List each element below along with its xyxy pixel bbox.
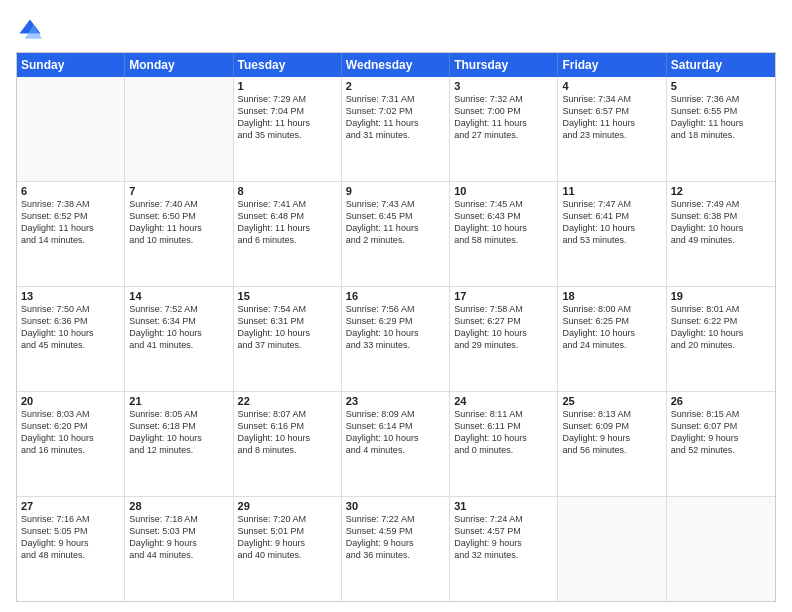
- cal-cell-1: 1Sunrise: 7:29 AM Sunset: 7:04 PM Daylig…: [234, 77, 342, 181]
- cell-details: Sunrise: 8:05 AM Sunset: 6:18 PM Dayligh…: [129, 408, 228, 457]
- cal-cell-14: 14Sunrise: 7:52 AM Sunset: 6:34 PM Dayli…: [125, 287, 233, 391]
- cal-cell-31: 31Sunrise: 7:24 AM Sunset: 4:57 PM Dayli…: [450, 497, 558, 601]
- header: [16, 16, 776, 44]
- cal-cell-7: 7Sunrise: 7:40 AM Sunset: 6:50 PM Daylig…: [125, 182, 233, 286]
- cell-details: Sunrise: 8:11 AM Sunset: 6:11 PM Dayligh…: [454, 408, 553, 457]
- day-header-thursday: Thursday: [450, 53, 558, 77]
- day-number: 25: [562, 395, 661, 407]
- cal-cell-19: 19Sunrise: 8:01 AM Sunset: 6:22 PM Dayli…: [667, 287, 775, 391]
- cell-details: Sunrise: 7:20 AM Sunset: 5:01 PM Dayligh…: [238, 513, 337, 562]
- day-number: 13: [21, 290, 120, 302]
- cal-cell-18: 18Sunrise: 8:00 AM Sunset: 6:25 PM Dayli…: [558, 287, 666, 391]
- day-number: 9: [346, 185, 445, 197]
- day-number: 20: [21, 395, 120, 407]
- cell-details: Sunrise: 7:24 AM Sunset: 4:57 PM Dayligh…: [454, 513, 553, 562]
- day-header-wednesday: Wednesday: [342, 53, 450, 77]
- day-number: 30: [346, 500, 445, 512]
- day-number: 29: [238, 500, 337, 512]
- day-number: 22: [238, 395, 337, 407]
- day-header-saturday: Saturday: [667, 53, 775, 77]
- day-header-tuesday: Tuesday: [234, 53, 342, 77]
- day-number: 3: [454, 80, 553, 92]
- cal-cell-28: 28Sunrise: 7:18 AM Sunset: 5:03 PM Dayli…: [125, 497, 233, 601]
- day-number: 2: [346, 80, 445, 92]
- cell-details: Sunrise: 7:50 AM Sunset: 6:36 PM Dayligh…: [21, 303, 120, 352]
- cell-details: Sunrise: 7:43 AM Sunset: 6:45 PM Dayligh…: [346, 198, 445, 247]
- day-number: 18: [562, 290, 661, 302]
- day-number: 16: [346, 290, 445, 302]
- cell-details: Sunrise: 8:07 AM Sunset: 6:16 PM Dayligh…: [238, 408, 337, 457]
- cal-cell-13: 13Sunrise: 7:50 AM Sunset: 6:36 PM Dayli…: [17, 287, 125, 391]
- cal-cell-10: 10Sunrise: 7:45 AM Sunset: 6:43 PM Dayli…: [450, 182, 558, 286]
- cal-cell-6: 6Sunrise: 7:38 AM Sunset: 6:52 PM Daylig…: [17, 182, 125, 286]
- calendar-body: 1Sunrise: 7:29 AM Sunset: 7:04 PM Daylig…: [17, 77, 775, 601]
- cal-cell-12: 12Sunrise: 7:49 AM Sunset: 6:38 PM Dayli…: [667, 182, 775, 286]
- cal-cell-empty: [17, 77, 125, 181]
- cal-cell-11: 11Sunrise: 7:47 AM Sunset: 6:41 PM Dayli…: [558, 182, 666, 286]
- cell-details: Sunrise: 7:29 AM Sunset: 7:04 PM Dayligh…: [238, 93, 337, 142]
- day-number: 21: [129, 395, 228, 407]
- day-number: 24: [454, 395, 553, 407]
- cal-cell-23: 23Sunrise: 8:09 AM Sunset: 6:14 PM Dayli…: [342, 392, 450, 496]
- day-number: 1: [238, 80, 337, 92]
- cell-details: Sunrise: 7:36 AM Sunset: 6:55 PM Dayligh…: [671, 93, 771, 142]
- cal-cell-30: 30Sunrise: 7:22 AM Sunset: 4:59 PM Dayli…: [342, 497, 450, 601]
- cell-details: Sunrise: 8:09 AM Sunset: 6:14 PM Dayligh…: [346, 408, 445, 457]
- cal-cell-8: 8Sunrise: 7:41 AM Sunset: 6:48 PM Daylig…: [234, 182, 342, 286]
- day-number: 12: [671, 185, 771, 197]
- day-number: 23: [346, 395, 445, 407]
- cell-details: Sunrise: 8:13 AM Sunset: 6:09 PM Dayligh…: [562, 408, 661, 457]
- cal-cell-25: 25Sunrise: 8:13 AM Sunset: 6:09 PM Dayli…: [558, 392, 666, 496]
- cell-details: Sunrise: 7:56 AM Sunset: 6:29 PM Dayligh…: [346, 303, 445, 352]
- logo-icon: [16, 16, 44, 44]
- cal-cell-empty: [558, 497, 666, 601]
- day-number: 14: [129, 290, 228, 302]
- cal-cell-5: 5Sunrise: 7:36 AM Sunset: 6:55 PM Daylig…: [667, 77, 775, 181]
- day-number: 8: [238, 185, 337, 197]
- cal-cell-2: 2Sunrise: 7:31 AM Sunset: 7:02 PM Daylig…: [342, 77, 450, 181]
- day-number: 15: [238, 290, 337, 302]
- cal-cell-empty: [667, 497, 775, 601]
- cell-details: Sunrise: 7:45 AM Sunset: 6:43 PM Dayligh…: [454, 198, 553, 247]
- cell-details: Sunrise: 7:54 AM Sunset: 6:31 PM Dayligh…: [238, 303, 337, 352]
- day-number: 7: [129, 185, 228, 197]
- day-number: 6: [21, 185, 120, 197]
- day-number: 28: [129, 500, 228, 512]
- day-number: 5: [671, 80, 771, 92]
- cell-details: Sunrise: 7:18 AM Sunset: 5:03 PM Dayligh…: [129, 513, 228, 562]
- logo: [16, 16, 48, 44]
- day-header-monday: Monday: [125, 53, 233, 77]
- cell-details: Sunrise: 7:58 AM Sunset: 6:27 PM Dayligh…: [454, 303, 553, 352]
- day-number: 17: [454, 290, 553, 302]
- cell-details: Sunrise: 7:41 AM Sunset: 6:48 PM Dayligh…: [238, 198, 337, 247]
- cell-details: Sunrise: 8:03 AM Sunset: 6:20 PM Dayligh…: [21, 408, 120, 457]
- cal-cell-15: 15Sunrise: 7:54 AM Sunset: 6:31 PM Dayli…: [234, 287, 342, 391]
- cal-cell-9: 9Sunrise: 7:43 AM Sunset: 6:45 PM Daylig…: [342, 182, 450, 286]
- day-number: 4: [562, 80, 661, 92]
- cell-details: Sunrise: 8:15 AM Sunset: 6:07 PM Dayligh…: [671, 408, 771, 457]
- cell-details: Sunrise: 7:16 AM Sunset: 5:05 PM Dayligh…: [21, 513, 120, 562]
- cell-details: Sunrise: 7:47 AM Sunset: 6:41 PM Dayligh…: [562, 198, 661, 247]
- cell-details: Sunrise: 7:22 AM Sunset: 4:59 PM Dayligh…: [346, 513, 445, 562]
- calendar-row-1: 1Sunrise: 7:29 AM Sunset: 7:04 PM Daylig…: [17, 77, 775, 181]
- cal-cell-26: 26Sunrise: 8:15 AM Sunset: 6:07 PM Dayli…: [667, 392, 775, 496]
- cal-cell-empty: [125, 77, 233, 181]
- cell-details: Sunrise: 7:49 AM Sunset: 6:38 PM Dayligh…: [671, 198, 771, 247]
- calendar-row-5: 27Sunrise: 7:16 AM Sunset: 5:05 PM Dayli…: [17, 496, 775, 601]
- cell-details: Sunrise: 8:00 AM Sunset: 6:25 PM Dayligh…: [562, 303, 661, 352]
- cal-cell-3: 3Sunrise: 7:32 AM Sunset: 7:00 PM Daylig…: [450, 77, 558, 181]
- calendar-row-2: 6Sunrise: 7:38 AM Sunset: 6:52 PM Daylig…: [17, 181, 775, 286]
- day-number: 19: [671, 290, 771, 302]
- cell-details: Sunrise: 7:40 AM Sunset: 6:50 PM Dayligh…: [129, 198, 228, 247]
- page: SundayMondayTuesdayWednesdayThursdayFrid…: [0, 0, 792, 612]
- cal-cell-24: 24Sunrise: 8:11 AM Sunset: 6:11 PM Dayli…: [450, 392, 558, 496]
- cell-details: Sunrise: 7:52 AM Sunset: 6:34 PM Dayligh…: [129, 303, 228, 352]
- day-number: 27: [21, 500, 120, 512]
- cell-details: Sunrise: 8:01 AM Sunset: 6:22 PM Dayligh…: [671, 303, 771, 352]
- day-number: 31: [454, 500, 553, 512]
- cal-cell-17: 17Sunrise: 7:58 AM Sunset: 6:27 PM Dayli…: [450, 287, 558, 391]
- calendar: SundayMondayTuesdayWednesdayThursdayFrid…: [16, 52, 776, 602]
- cell-details: Sunrise: 7:32 AM Sunset: 7:00 PM Dayligh…: [454, 93, 553, 142]
- day-header-sunday: Sunday: [17, 53, 125, 77]
- cal-cell-4: 4Sunrise: 7:34 AM Sunset: 6:57 PM Daylig…: [558, 77, 666, 181]
